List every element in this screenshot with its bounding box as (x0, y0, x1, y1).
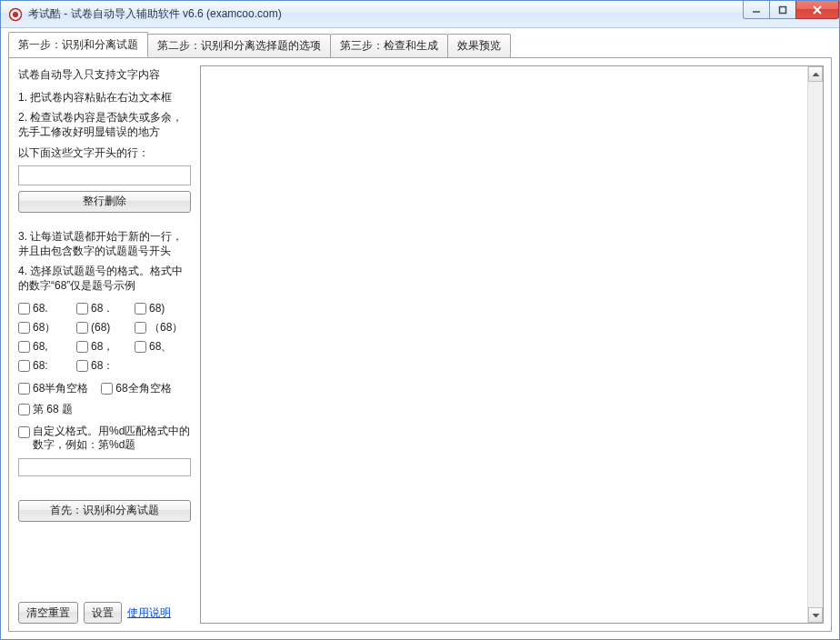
format-68-full-paren[interactable]: 68） (18, 320, 75, 335)
custom-format-label: 自定义格式。用%d匹配格式中的数字，例如：第%d题 (33, 425, 191, 453)
format-paren-68[interactable]: (68) (76, 320, 133, 335)
client-area: 第一步：识别和分离试题 第二步：识别和分离选择题的选项 第三步：检查和生成 效果… (1, 28, 839, 639)
tabs-row: 第一步：识别和分离试题 第二步：识别和分离选择题的选项 第三步：检查和生成 效果… (8, 35, 832, 57)
delete-rows-button[interactable]: 整行删除 (18, 191, 191, 213)
step4-text: 4. 选择原试题题号的格式。格式中的数字“68”仅是题号示例 (18, 264, 191, 293)
step1-text: 1. 把试卷内容粘贴在右边文本框 (18, 90, 191, 105)
left-pane: 试卷自动导入只支持文字内容 1. 把试卷内容粘贴在右边文本框 2. 检查试卷内容… (9, 58, 200, 631)
bottom-row: 清空重置 设置 使用说明 (18, 602, 191, 624)
titlebar: 考试酷 - 试卷自动导入辅助软件 v6.6 (examcoo.com) (1, 1, 839, 28)
format-full-paren-68[interactable]: （68） (135, 320, 191, 335)
help-link[interactable]: 使用说明 (127, 605, 171, 621)
app-icon (8, 7, 23, 22)
prefix-input[interactable] (18, 165, 191, 185)
app-window: 考试酷 - 试卷自动导入辅助软件 v6.6 (examcoo.com) 第一步：… (0, 0, 840, 640)
textarea-wrap (200, 65, 824, 624)
format-68-comma[interactable]: 68, (18, 339, 75, 355)
window-controls (744, 1, 839, 19)
tab-step3[interactable]: 第三步：检查和生成 (330, 34, 448, 58)
tab-panel: 试卷自动导入只支持文字内容 1. 把试卷内容粘贴在右边文本框 2. 检查试卷内容… (8, 57, 832, 632)
tab-step1[interactable]: 第一步：识别和分离试题 (8, 32, 148, 57)
prefix-label: 以下面这些文字开头的行： (18, 145, 191, 160)
right-pane (200, 58, 831, 631)
svg-point-1 (13, 12, 18, 17)
custom-format-input[interactable] (18, 458, 191, 476)
step2-text: 2. 检查试卷内容是否缺失或多余，先手工修改好明显错误的地方 (18, 110, 191, 139)
format-di-68-ti[interactable]: 第 68 题 (18, 402, 191, 417)
svg-marker-6 (813, 73, 819, 76)
format-68-full-space[interactable]: 68全角空格 (101, 381, 171, 396)
format-68-paren[interactable]: 68) (135, 301, 191, 316)
maximize-button[interactable] (769, 1, 796, 19)
custom-format-row: 自定义格式。用%d匹配格式中的数字，例如：第%d题 (18, 425, 191, 453)
identify-button[interactable]: 首先：识别和分离试题 (18, 500, 191, 522)
minimize-button[interactable] (743, 1, 770, 19)
left-heading: 试卷自动导入只支持文字内容 (18, 67, 191, 83)
format-68-full-comma[interactable]: 68， (76, 339, 133, 355)
clear-reset-button[interactable]: 清空重置 (18, 602, 78, 624)
paste-textarea[interactable] (201, 66, 807, 623)
format-space-row: 68半角空格 68全角空格 (18, 381, 191, 396)
scroll-up-arrow[interactable] (808, 66, 823, 82)
format-68-half-space[interactable]: 68半角空格 (18, 381, 88, 396)
format-68-full-dot[interactable]: 68． (76, 301, 133, 316)
settings-button[interactable]: 设置 (84, 602, 122, 624)
format-68-full-colon[interactable]: 68： (76, 358, 133, 374)
scroll-down-arrow[interactable] (808, 607, 823, 623)
close-button[interactable] (795, 1, 839, 19)
custom-format-checkbox[interactable] (18, 426, 30, 438)
svg-marker-7 (813, 614, 819, 617)
tab-step2[interactable]: 第二步：识别和分离选择题的选项 (147, 34, 331, 58)
svg-rect-3 (780, 6, 786, 13)
window-title: 考试酷 - 试卷自动导入辅助软件 v6.6 (examcoo.com) (28, 6, 282, 22)
tab-preview[interactable]: 效果预览 (447, 34, 511, 58)
format-68-colon[interactable]: 68: (18, 358, 75, 374)
step3-text: 3. 让每道试题都开始于新的一行，并且由包含数字的试题题号开头 (18, 229, 191, 258)
format-grid: 68. 68． 68) 68） (68) （68） 68, 68， 68、 68… (18, 301, 191, 374)
vertical-scrollbar[interactable] (807, 66, 823, 623)
format-68-dun[interactable]: 68、 (135, 339, 191, 355)
format-68-dot[interactable]: 68. (18, 301, 75, 316)
